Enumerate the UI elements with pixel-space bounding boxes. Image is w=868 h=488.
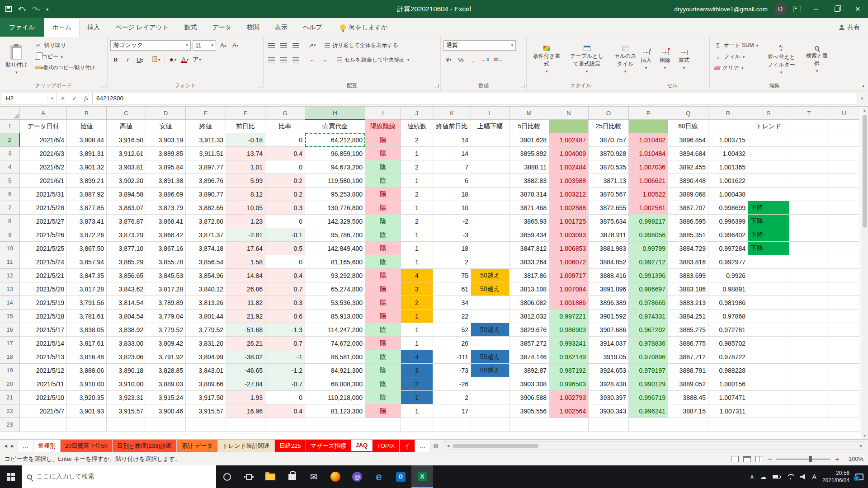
cell-C3[interactable]: 3,912.61 bbox=[107, 147, 146, 160]
cell-J3[interactable]: 1 bbox=[401, 147, 433, 160]
cell-O18[interactable]: 3919.05 bbox=[589, 350, 629, 364]
cell-G7[interactable]: 0.3 bbox=[265, 201, 305, 215]
cell-S3[interactable] bbox=[748, 147, 789, 160]
cell-L14[interactable] bbox=[471, 296, 509, 310]
cell-R15[interactable]: 0.97868 bbox=[708, 310, 748, 323]
cell-T12[interactable] bbox=[789, 269, 829, 282]
cell-T2[interactable] bbox=[789, 133, 829, 147]
cell-Q14[interactable]: 3883.213 bbox=[668, 296, 708, 310]
cell-I4[interactable]: 陰 bbox=[365, 160, 401, 174]
cell-U19[interactable] bbox=[829, 364, 859, 377]
cell-R19[interactable]: 0.988228 bbox=[708, 364, 748, 377]
cell-G14[interactable]: 0.3 bbox=[265, 296, 305, 310]
align-center-button[interactable] bbox=[278, 55, 289, 65]
cell-Q17[interactable]: 3886.775 bbox=[668, 337, 708, 350]
cell-Q19[interactable]: 3888.791 bbox=[668, 364, 708, 377]
cell-S19[interactable] bbox=[748, 364, 789, 377]
cell-U1[interactable] bbox=[829, 120, 859, 133]
cell-B10[interactable]: 3,867.50 bbox=[67, 242, 107, 255]
cell-O12[interactable]: 3888.416 bbox=[589, 269, 629, 282]
cell-J22[interactable]: 1 bbox=[401, 404, 433, 418]
cell-G13[interactable]: 0.7 bbox=[265, 282, 305, 296]
ribbon-tab-校閲[interactable]: 校閲 bbox=[239, 18, 267, 37]
cell-P12[interactable]: 0.991396 bbox=[629, 269, 668, 282]
cell-P7[interactable]: 1.002581 bbox=[629, 201, 668, 215]
cell-U16[interactable] bbox=[829, 323, 859, 337]
file-explorer-taskbar-button[interactable] bbox=[259, 465, 281, 488]
cell-O6[interactable]: 3870.567 bbox=[589, 188, 629, 201]
row-header-3[interactable]: 3 bbox=[0, 147, 20, 160]
name-box[interactable]: H2 ▾ bbox=[2, 93, 57, 104]
row-header-14[interactable]: 14 bbox=[0, 296, 20, 310]
vertical-scrollbar[interactable]: ▲ ▼ bbox=[861, 107, 868, 439]
cell-A3[interactable]: 2021/6/3 bbox=[20, 147, 67, 160]
cell-G1[interactable]: 比率 bbox=[265, 120, 305, 133]
cell-L7[interactable] bbox=[471, 201, 509, 215]
cell-H16[interactable]: 114,247,200 bbox=[305, 323, 365, 337]
cell-F4[interactable]: 1.01 bbox=[226, 160, 265, 174]
cell-G15[interactable]: 0.6 bbox=[265, 310, 305, 323]
cell-N20[interactable]: 0.996503 bbox=[549, 377, 589, 391]
column-header-N[interactable]: N bbox=[549, 107, 589, 120]
vertical-scroll-thumb[interactable] bbox=[863, 115, 867, 228]
cell-A5[interactable]: 2021/6/1 bbox=[20, 174, 67, 188]
cell-A21[interactable]: 2021/5/10 bbox=[20, 391, 67, 404]
row-header-11[interactable]: 11 bbox=[0, 255, 20, 269]
cell-K18[interactable]: -111 bbox=[433, 350, 471, 364]
cell-A15[interactable]: 2021/5/18 bbox=[20, 310, 67, 323]
cell-S7[interactable]: 下降 bbox=[748, 201, 789, 215]
cell-Q18[interactable]: 3887.712 bbox=[668, 350, 708, 364]
cell-E15[interactable]: 3,801.44 bbox=[186, 310, 226, 323]
row-header-22[interactable]: 22 bbox=[0, 404, 20, 418]
cell-Q8[interactable]: 3886.595 bbox=[668, 215, 708, 228]
cell-J6[interactable]: 2 bbox=[401, 188, 433, 201]
cell-N7[interactable]: 1.002888 bbox=[549, 201, 589, 215]
cell-L2[interactable] bbox=[471, 133, 509, 147]
cell-E10[interactable]: 3,874.18 bbox=[186, 242, 226, 255]
cell-C8[interactable]: 3,876.87 bbox=[107, 215, 146, 228]
account-email[interactable]: dryyourtearswithlove1@gmail.com bbox=[674, 6, 768, 13]
cell-S2[interactable] bbox=[748, 133, 789, 147]
cell-P3[interactable]: 1.010484 bbox=[629, 147, 668, 160]
cell-M21[interactable]: 3906.588 bbox=[509, 391, 549, 404]
cell-E20[interactable]: 3,889.66 bbox=[186, 377, 226, 391]
cell-U11[interactable] bbox=[829, 255, 859, 269]
cell-R22[interactable]: 1.007311 bbox=[708, 404, 748, 418]
cell-U2[interactable] bbox=[829, 133, 859, 147]
cell-C19[interactable]: 3,890.18 bbox=[107, 364, 146, 377]
cell-J19[interactable]: 3 bbox=[401, 364, 433, 377]
page-layout-view-icon[interactable] bbox=[743, 456, 751, 462]
cell-F19[interactable]: -46.65 bbox=[226, 364, 265, 377]
row-header-21[interactable]: 21 bbox=[0, 391, 20, 404]
cell-P21[interactable]: 0.996719 bbox=[629, 391, 668, 404]
cell-E8[interactable]: 3,872.60 bbox=[186, 215, 226, 228]
cell-R5[interactable]: 1.001622 bbox=[708, 174, 748, 188]
sheet-tab-日経225[interactable]: 日経225 bbox=[275, 440, 306, 452]
sheet-tab-…[interactable]: … bbox=[18, 440, 33, 452]
cell-H2[interactable]: 64,212,800 bbox=[305, 133, 365, 147]
column-header-T[interactable]: T bbox=[789, 107, 829, 120]
format-painter-button[interactable]: 書式のコピー/貼り付け bbox=[33, 63, 97, 72]
column-header-P[interactable]: P bbox=[629, 107, 668, 120]
cell-M2[interactable]: 3901.628 bbox=[509, 133, 549, 147]
borders-button[interactable]: 田▾ bbox=[151, 55, 161, 65]
cell-C1[interactable]: 高値 bbox=[107, 120, 146, 133]
cell-R17[interactable]: 0.985702 bbox=[708, 337, 748, 350]
cell-O22[interactable]: 3930.343 bbox=[589, 404, 629, 418]
cell-P23[interactable] bbox=[629, 418, 668, 432]
ribbon-display-options-icon[interactable] bbox=[793, 6, 801, 12]
cell-C4[interactable]: 3,903.81 bbox=[107, 160, 146, 174]
row-header-1[interactable]: 1 bbox=[0, 120, 20, 133]
tell-me-box[interactable]: 何をしますか bbox=[340, 18, 388, 37]
cell-A6[interactable]: 2021/5/31 bbox=[20, 188, 67, 201]
cell-U20[interactable] bbox=[829, 377, 859, 391]
cell-J13[interactable]: 3 bbox=[401, 282, 433, 296]
cell-B9[interactable]: 3,872.26 bbox=[67, 228, 107, 242]
cell-F3[interactable]: 13.74 bbox=[226, 147, 265, 160]
cell-U21[interactable] bbox=[829, 391, 859, 404]
row-header-20[interactable]: 20 bbox=[0, 377, 20, 391]
column-header-C[interactable]: C bbox=[107, 107, 146, 120]
cell-A22[interactable]: 2021/5/7 bbox=[20, 404, 67, 418]
cell-G19[interactable]: -1.2 bbox=[265, 364, 305, 377]
cell-M9[interactable]: 3859.434 bbox=[509, 228, 549, 242]
